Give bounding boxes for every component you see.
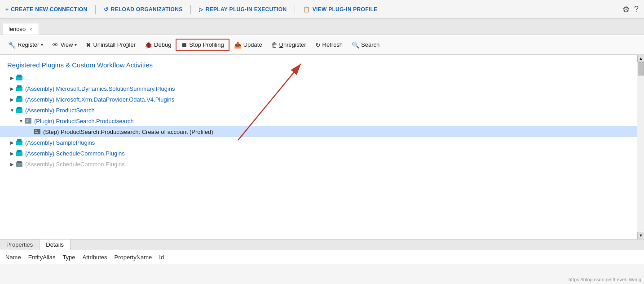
tree-item-label: (Assembly) ProductSearch xyxy=(25,107,95,114)
view-button[interactable]: 👁 View ▾ xyxy=(48,39,81,51)
tree-item-schedulecommon2[interactable]: ▶ (Assembly) ScheduleCommon.Plugins xyxy=(0,159,637,169)
svg-rect-9 xyxy=(26,120,29,120)
arrow-icon: ▶ xyxy=(9,86,15,91)
tree-item-label: (Plugin) ProductSearch.Productsearch xyxy=(34,118,134,124)
arrow-icon: ▶ xyxy=(9,151,15,156)
help-icon[interactable]: ? xyxy=(634,4,639,14)
svg-rect-10 xyxy=(26,121,28,122)
col-propertyname[interactable]: PropertyName xyxy=(115,254,152,261)
tree-item-step[interactable]: (Step) ProductSearch.Productsearch: Crea… xyxy=(0,126,637,137)
col-type[interactable]: Type xyxy=(62,254,75,261)
tree-item-label: (Step) ProductSearch.Productsearch: Crea… xyxy=(43,129,213,135)
watermark: https://blog.csdn.net/Level_Wang xyxy=(569,277,641,282)
unregister-label: Unregister xyxy=(279,41,306,48)
refresh-button[interactable]: ↻ Refresh xyxy=(311,39,348,51)
arrow-expanded-icon: ▼ xyxy=(18,119,24,124)
tree-item-label: (Assembly) Microsoft.Dynamics.SolutionSu… xyxy=(25,85,175,92)
assembly-icon xyxy=(15,84,23,93)
scroll-up-btn[interactable]: ▲ xyxy=(637,55,644,62)
register-button[interactable]: 🔧 Register ▾ xyxy=(4,39,48,51)
tree-item-sampleplugins[interactable]: ▶ (Assembly) SamplePlugins xyxy=(0,137,637,148)
tree-item-cut[interactable]: ▶ … xyxy=(0,72,637,83)
scroll-down-btn[interactable]: ▼ xyxy=(637,232,644,239)
debug-label: Debug xyxy=(154,41,171,48)
view-profile-btn[interactable]: 📋 VIEW PLUG-IN PROFILE xyxy=(297,6,384,13)
stop-profiling-icon: ⏹ xyxy=(181,41,187,49)
tree-item-productsearch-assembly[interactable]: ▼ (Assembly) ProductSearch xyxy=(0,105,637,115)
arrow-expanded-icon: ▼ xyxy=(9,108,15,113)
view-profile-label: VIEW PLUG-IN PROFILE xyxy=(313,6,378,13)
update-icon: 📤 xyxy=(234,41,242,49)
bottom-columns: Name EntityAlias Type Attributes Propert… xyxy=(5,254,639,261)
svg-rect-8 xyxy=(25,118,31,124)
reload-orgs-btn[interactable]: ↺ RELOAD ORGANIZATIONS xyxy=(97,6,189,13)
update-label: Update xyxy=(243,41,262,48)
create-connection-label: CREATE NEW CONNECTION xyxy=(11,6,87,13)
bottom-tabs: Properties Details xyxy=(0,240,644,250)
col-entityalias[interactable]: EntityAlias xyxy=(28,254,56,261)
debug-button[interactable]: 🐞 Debug xyxy=(140,39,176,51)
top-toolbar-right: ⚙ ? xyxy=(622,4,639,14)
replay-plugin-label: REPLAY PLUG-IN EXECUTION xyxy=(206,6,287,13)
svg-rect-11 xyxy=(34,129,40,134)
tree-content: Registered Plugins & Custom Workflow Act… xyxy=(0,55,637,239)
bottom-panel: Properties Details Name EntityAlias Type… xyxy=(0,239,644,284)
unregister-button[interactable]: 🗑 Unregister xyxy=(267,39,311,51)
assembly-icon xyxy=(15,106,23,114)
arrow-icon: ▶ xyxy=(9,75,15,80)
view-arrow: ▾ xyxy=(75,42,77,47)
scroll-thumb[interactable] xyxy=(638,62,644,75)
update-button[interactable]: 📤 Update xyxy=(229,39,267,51)
plugin-icon xyxy=(24,117,32,125)
tree-item-solution-summary[interactable]: ▶ (Assembly) Microsoft.Dynamics.Solution… xyxy=(0,83,637,94)
main-area: Registered Plugins & Custom Workflow Act… xyxy=(0,55,644,284)
create-connection-btn[interactable]: + CREATE NEW CONNECTION xyxy=(5,6,93,13)
tree-item-schedulecommon[interactable]: ▶ (Assembly) ScheduleCommon.Plugins xyxy=(0,148,637,159)
register-arrow: ▾ xyxy=(41,42,43,47)
plugin-tree: Registered Plugins & Custom Workflow Act… xyxy=(0,55,644,239)
plus-icon: + xyxy=(5,6,9,13)
gear-icon[interactable]: ⚙ xyxy=(622,4,630,14)
tree-item-label: (Assembly) SamplePlugins xyxy=(25,139,95,146)
scroll-track xyxy=(637,62,644,232)
uninstall-label: Uninstall Profiler xyxy=(93,41,136,48)
properties-tab[interactable]: Properties xyxy=(0,240,40,250)
search-button[interactable]: 🔍 Search xyxy=(347,39,384,51)
assembly-icon xyxy=(15,160,23,168)
svg-rect-7 xyxy=(17,107,22,109)
assembly-icon xyxy=(15,95,23,103)
col-attributes[interactable]: Attributes xyxy=(83,254,107,261)
svg-rect-5 xyxy=(17,96,22,98)
assembly-icon xyxy=(15,74,23,82)
arrow-icon: ▶ xyxy=(9,97,15,102)
col-name[interactable]: Name xyxy=(5,254,21,261)
secondary-toolbar: 🔧 Register ▾ 👁 View ▾ ✖ Uninstall Profil… xyxy=(0,35,644,55)
stop-profiling-button[interactable]: ⏹ Stop Profiling xyxy=(176,39,229,51)
svg-rect-19 xyxy=(17,161,22,163)
details-tab[interactable]: Details xyxy=(40,240,71,250)
replay-plugin-btn[interactable]: ▷ REPLAY PLUG-IN EXECUTION xyxy=(193,6,293,13)
col-id[interactable]: Id xyxy=(159,254,164,261)
tree-item-plugin-productsearch[interactable]: ▼ (Plugin) ProductSearch.Productsearch xyxy=(0,115,637,126)
tree-item-odata[interactable]: ▶ (Assembly) Microsoft.Xrm.DataProvider.… xyxy=(0,94,637,105)
stop-profiling-label: Stop Profiling xyxy=(189,41,224,48)
debug-icon: 🐞 xyxy=(145,41,152,49)
details-tab-label: Details xyxy=(46,241,64,248)
tab-bar: lenovo × xyxy=(0,19,644,35)
svg-rect-12 xyxy=(35,130,37,131)
separator-3 xyxy=(295,5,295,14)
top-toolbar: + CREATE NEW CONNECTION ↺ RELOAD ORGANIZ… xyxy=(0,0,644,19)
tree-item-label: (Assembly) Microsoft.Xrm.DataProvider.Od… xyxy=(25,96,174,103)
tab-close-btn[interactable]: × xyxy=(29,27,32,32)
uninstall-profiler-button[interactable]: ✖ Uninstall Profiler xyxy=(81,39,140,51)
assembly-icon xyxy=(15,149,23,157)
view-label: View xyxy=(60,41,73,48)
lenovo-tab[interactable]: lenovo × xyxy=(3,23,39,35)
unregister-icon: 🗑 xyxy=(271,41,278,49)
search-icon: 🔍 xyxy=(352,41,359,49)
svg-rect-13 xyxy=(35,132,38,133)
arrow-icon: ▶ xyxy=(9,140,15,145)
svg-rect-15 xyxy=(17,139,22,142)
tab-label: lenovo xyxy=(9,26,26,32)
tree-title: Registered Plugins & Custom Workflow Act… xyxy=(0,55,637,72)
